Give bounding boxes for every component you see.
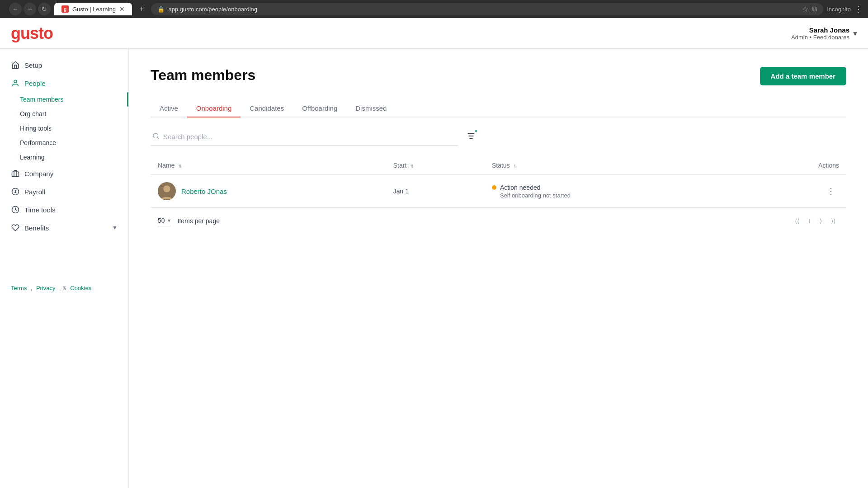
user-name: Sarah Jonas [791,26,849,34]
main-content: Team members Add a team member Active On… [129,49,868,488]
reload-button[interactable]: ↻ [38,3,51,15]
benefits-expand-icon[interactable]: ▼ [112,225,118,231]
search-icon [152,132,160,141]
tab-candidates[interactable]: Candidates [241,100,293,117]
sidebar-item-label-people: People [24,80,46,87]
sidebar-subitem-label-performance: Performance [20,139,56,146]
menu-icon[interactable]: ⋮ [854,4,863,14]
col-status-label: Status [492,162,510,169]
user-role: Admin • Feed donares [791,34,849,41]
member-name-link[interactable]: Roberto JOnas [181,188,227,195]
col-start[interactable]: Start ⇅ [386,156,485,175]
sidebar-subitem-team-members[interactable]: Team members [0,92,128,107]
sidebar-subitem-hiring-tools[interactable]: Hiring tools [0,121,128,136]
tab-title: Gusto | Learning [72,6,116,13]
tab-onboarding[interactable]: Onboarding [187,100,241,117]
sidebar-item-people[interactable]: People [0,74,128,92]
building-icon [11,169,20,178]
new-tab-button[interactable]: + [136,5,148,14]
star-icon[interactable]: ☆ [802,5,808,14]
lock-icon: 🔒 [157,6,165,13]
table-header: Name ⇅ Start ⇅ Status ⇅ Actions [151,156,846,175]
team-members-table: Name ⇅ Start ⇅ Status ⇅ Actions [151,156,846,208]
dollar-icon [11,187,20,196]
first-page-button[interactable]: ⟨⟨ [791,216,803,226]
col-status[interactable]: Status ⇅ [485,156,747,175]
items-per-page-label: Items per page [178,217,220,225]
sidebar-item-label-time-tools: Time tools [24,206,56,214]
sidebar-subitem-label-team-members: Team members [20,96,63,103]
sidebar: Setup People Team members Org chart Hiri… [0,49,129,488]
browser-tab[interactable]: g Gusto | Learning ✕ [54,3,132,15]
browser-chrome: ← → ↻ g Gusto | Learning ✕ + 🔒 ☆ ⧉ Incog… [0,0,868,18]
sidebar-footer: Terms , Privacy , & Cookies [0,273,128,296]
search-input[interactable] [163,133,456,141]
sort-status-icon[interactable]: ⇅ [514,164,517,169]
sidebar-subitem-learning[interactable]: Learning [0,150,128,164]
chevron-down-icon[interactable]: ▾ [853,28,857,38]
tab-dismissed[interactable]: Dismissed [346,100,396,117]
tab-offboarding[interactable]: Offboarding [293,100,346,117]
table-row: Roberto JOnas Jan 1 Action needed Self o… [151,175,846,208]
tab-active[interactable]: Active [151,100,187,117]
filter-button[interactable] [463,128,479,145]
sidebar-item-setup[interactable]: Setup [0,56,128,74]
prev-page-button[interactable]: ⟨ [805,216,814,226]
tab-favicon: g [61,5,69,13]
sort-name-icon[interactable]: ⇅ [178,164,182,169]
member-status: Action needed Self onboarding not starte… [485,175,747,208]
row-actions-button[interactable]: ⋮ [823,184,839,198]
per-page-arrow-icon[interactable]: ▾ [168,217,170,224]
next-page-button[interactable]: ⟩ [816,216,826,226]
last-page-button[interactable]: ⟩⟩ [827,216,839,226]
sidebar-item-label-benefits: Benefits [24,224,49,232]
sidebar-subitem-label-learning: Learning [20,154,45,161]
terms-link[interactable]: Terms [11,285,27,291]
page-navigation: ⟨⟨ ⟨ ⟩ ⟩⟩ [791,216,839,226]
add-team-member-button[interactable]: Add a team member [760,67,846,85]
member-actions: ⋮ [747,175,847,208]
back-button[interactable]: ← [9,3,22,15]
col-name-label: Name [158,162,175,169]
member-cell: Roberto JOnas [151,175,386,208]
tab-close-button[interactable]: ✕ [119,5,125,13]
sidebar-item-time-tools[interactable]: Time tools [0,201,128,219]
home-icon [11,61,20,70]
app: gusto Sarah Jonas Admin • Feed donares ▾… [0,18,868,488]
col-actions: Actions [747,156,847,175]
search-box [151,129,458,145]
comma1: , [31,285,33,291]
main-layout: Setup People Team members Org chart Hiri… [0,49,868,488]
user-menu[interactable]: Sarah Jonas Admin • Feed donares ▾ [791,26,857,41]
sidebar-subitem-performance[interactable]: Performance [0,136,128,150]
cookies-link[interactable]: Cookies [70,285,91,291]
tabs: Active Onboarding Candidates Offboarding… [151,100,846,117]
page-header: Team members Add a team member [151,67,846,85]
status-label: Action needed [500,184,541,191]
sort-start-icon[interactable]: ⇅ [410,164,414,169]
privacy-link[interactable]: Privacy [36,285,56,291]
sidebar-subitem-label-hiring-tools: Hiring tools [20,125,52,132]
clock-icon [11,205,20,214]
sidebar-item-label-payroll: Payroll [24,188,45,196]
sidebar-item-payroll[interactable]: Payroll [0,183,128,201]
col-name[interactable]: Name ⇅ [151,156,386,175]
forward-button[interactable]: → [24,3,36,15]
address-bar[interactable] [168,6,798,13]
per-page-select[interactable]: 50 ▾ [158,215,170,226]
split-view-icon[interactable]: ⧉ [812,5,817,13]
sidebar-item-company[interactable]: Company [0,164,128,183]
avatar [158,182,176,200]
svg-rect-1 [12,172,19,177]
app-header: gusto Sarah Jonas Admin • Feed donares ▾ [0,18,868,49]
status-sublabel: Self onboarding not started [500,192,740,199]
sidebar-subitem-label-org-chart: Org chart [20,110,46,117]
filter-active-dot [474,129,478,133]
person-icon [11,79,20,88]
logo[interactable]: gusto [11,24,53,43]
svg-point-0 [14,80,17,83]
sidebar-item-benefits[interactable]: Benefits ▼ [0,219,128,237]
sidebar-subitem-org-chart[interactable]: Org chart [0,107,128,121]
page-title: Team members [151,67,255,84]
sidebar-item-label-company: Company [24,170,53,178]
